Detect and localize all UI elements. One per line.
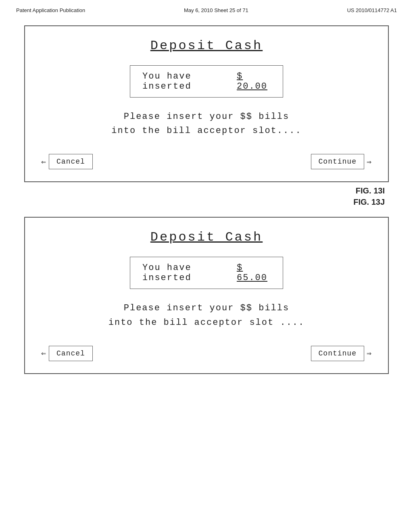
fig13j-instruction-line2: into the bill acceptor slot .... <box>41 316 372 330</box>
fig13j-continue-arrow-icon: ⇒ <box>367 348 372 358</box>
fig13i-continue-button[interactable]: Continue <box>311 154 364 169</box>
fig13i-inserted-label: You have inserted <box>142 71 225 91</box>
fig13i-inserted-box: You have inserted $ 20.00 <box>130 65 283 98</box>
fig13j-screen: Deposit Cash You have inserted $ 65.00 P… <box>24 217 389 374</box>
fig13j-continue-group: Continue ⇒ <box>311 346 372 361</box>
fig13i-cancel-arrow-icon: ⇐ <box>41 157 46 167</box>
fig13i-cancel-button[interactable]: Cancel <box>49 154 93 169</box>
fig13j-instruction: Please insert your $$ bills into the bil… <box>41 301 372 329</box>
fig13i-cancel-group: ⇐ Cancel <box>41 154 93 169</box>
fig13i-instruction-line2: into the bill acceptor slot.... <box>41 124 372 138</box>
fig13j-continue-button[interactable]: Continue <box>311 346 364 361</box>
header-right: US 2010/0114772 A1 <box>347 7 397 13</box>
header-left: Patent Application Publication <box>16 7 85 13</box>
fig13j-inserted-label: You have inserted <box>142 263 225 283</box>
fig13i-instruction-line1: Please insert your $$ bills <box>41 110 372 124</box>
fig13j-inserted-box: You have inserted $ 65.00 <box>130 257 283 289</box>
fig13i-label: FIG. 13I <box>24 186 389 195</box>
fig13j-cancel-button[interactable]: Cancel <box>49 346 93 361</box>
content-area: Deposit Cash You have inserted $ 20.00 P… <box>0 17 413 386</box>
fig13i-continue-arrow-icon: ⇒ <box>367 157 372 167</box>
fig13i-screen: Deposit Cash You have inserted $ 20.00 P… <box>24 25 389 182</box>
fig13j-cancel-group: ⇐ Cancel <box>41 346 93 361</box>
fig13i-title: Deposit Cash <box>41 38 372 53</box>
fig13i-instruction: Please insert your $$ bills into the bil… <box>41 110 372 138</box>
fig13j-button-row: ⇐ Cancel Continue ⇒ <box>41 346 372 361</box>
header-center: May 6, 2010 Sheet 25 of 71 <box>184 7 248 13</box>
fig13i-button-row: ⇐ Cancel Continue ⇒ <box>41 154 372 169</box>
fig13j-instruction-line1: Please insert your $$ bills <box>41 301 372 315</box>
fig13i-inserted-amount: $ 20.00 <box>237 71 271 91</box>
fig13j-label: FIG. 13J <box>24 197 389 207</box>
fig13j-inserted-amount: $ 65.00 <box>237 263 271 283</box>
fig13j-title: Deposit Cash <box>41 230 372 245</box>
page-header: Patent Application Publication May 6, 20… <box>0 0 413 17</box>
fig13j-cancel-arrow-icon: ⇐ <box>41 348 46 358</box>
fig13i-continue-group: Continue ⇒ <box>311 154 372 169</box>
